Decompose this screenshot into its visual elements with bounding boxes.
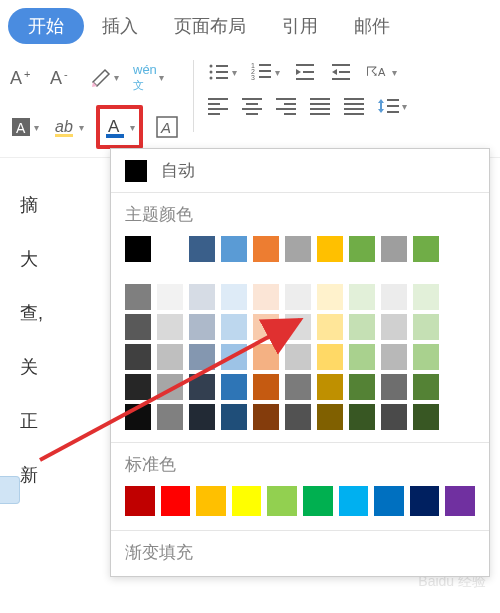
color-swatch[interactable] [189,404,215,430]
color-swatch[interactable] [413,344,439,370]
align-center-button[interactable] [240,95,264,117]
tab-reference[interactable]: 引用 [264,8,336,44]
line-spacing-button[interactable]: ▾ [376,94,409,118]
color-swatch[interactable] [157,344,183,370]
color-swatch[interactable] [349,374,375,400]
color-swatch[interactable] [189,236,215,262]
color-swatch[interactable] [253,374,279,400]
tab-start[interactable]: 开始 [8,8,84,44]
color-swatch[interactable] [413,236,439,262]
color-swatch[interactable] [339,486,369,516]
tab-layout[interactable]: 页面布局 [156,8,264,44]
color-swatch[interactable] [157,314,183,340]
color-swatch[interactable] [285,236,311,262]
color-swatch[interactable] [253,344,279,370]
color-swatch[interactable] [445,486,475,516]
grow-font-button[interactable]: A+ [8,64,38,92]
color-swatch[interactable] [303,486,333,516]
color-swatch[interactable] [381,404,407,430]
color-swatch[interactable] [125,284,151,310]
color-swatch[interactable] [285,344,311,370]
svg-rect-53 [387,99,399,101]
color-swatch[interactable] [413,374,439,400]
char-shading-button[interactable]: A▾ [8,114,41,140]
clear-format-button[interactable]: ▾ [88,65,121,91]
color-swatch[interactable] [221,284,247,310]
svg-rect-28 [339,71,350,73]
color-swatch[interactable] [253,284,279,310]
align-right-button[interactable] [274,95,298,117]
phonetic-button[interactable]: wén文▾ [131,60,166,95]
page-handle-icon[interactable] [0,476,20,504]
color-swatch[interactable] [189,284,215,310]
number-list-button[interactable]: 123▾ [249,60,282,84]
color-swatch[interactable] [381,344,407,370]
color-swatch[interactable] [157,236,183,262]
color-swatch[interactable] [413,284,439,310]
color-swatch[interactable] [221,344,247,370]
color-swatch[interactable] [125,404,151,430]
color-swatch[interactable] [157,374,183,400]
color-swatch[interactable] [317,236,343,262]
align-justify-button[interactable] [308,95,332,117]
color-swatch[interactable] [125,236,151,262]
gradient-fill-row[interactable]: 渐变填充 [111,530,489,576]
color-swatch[interactable] [317,284,343,310]
color-swatch[interactable] [349,236,375,262]
color-swatch[interactable] [413,404,439,430]
color-swatch[interactable] [221,314,247,340]
align-left-button[interactable] [206,95,230,117]
color-swatch[interactable] [381,236,407,262]
align-distribute-button[interactable] [342,95,366,117]
color-swatch[interactable] [285,314,311,340]
color-swatch[interactable] [317,344,343,370]
color-swatch[interactable] [221,374,247,400]
font-color-button[interactable]: A▾ [102,113,137,141]
tab-mail[interactable]: 邮件 [336,8,408,44]
color-swatch[interactable] [253,236,279,262]
char-border-button[interactable]: A [153,113,181,141]
color-swatch[interactable] [413,314,439,340]
svg-rect-7 [55,134,73,137]
color-swatch[interactable] [349,404,375,430]
auto-color-row[interactable]: 自动 [111,149,489,193]
color-swatch[interactable] [253,314,279,340]
color-swatch[interactable] [157,284,183,310]
color-swatch[interactable] [410,486,440,516]
color-swatch[interactable] [125,344,151,370]
shrink-font-button[interactable]: A- [48,64,78,92]
color-swatch[interactable] [196,486,226,516]
color-swatch[interactable] [381,374,407,400]
indent-increase-button[interactable] [328,60,354,84]
color-swatch[interactable] [253,404,279,430]
color-swatch[interactable] [157,404,183,430]
color-swatch[interactable] [349,284,375,310]
color-swatch[interactable] [317,404,343,430]
text-direction-button[interactable]: ☈A▾ [364,60,399,84]
color-swatch[interactable] [189,374,215,400]
indent-decrease-button[interactable] [292,60,318,84]
color-swatch[interactable] [374,486,404,516]
color-swatch[interactable] [189,314,215,340]
color-swatch[interactable] [189,344,215,370]
color-swatch[interactable] [381,284,407,310]
color-swatch[interactable] [349,344,375,370]
color-swatch[interactable] [125,314,151,340]
color-swatch[interactable] [125,374,151,400]
bullet-list-button[interactable]: ▾ [206,60,239,84]
highlight-button[interactable]: ab▾ [51,114,86,140]
color-swatch[interactable] [285,284,311,310]
color-swatch[interactable] [381,314,407,340]
tab-insert[interactable]: 插入 [84,8,156,44]
color-swatch[interactable] [317,314,343,340]
color-swatch[interactable] [285,374,311,400]
color-swatch[interactable] [161,486,191,516]
color-swatch[interactable] [232,486,262,516]
color-swatch[interactable] [221,236,247,262]
color-swatch[interactable] [285,404,311,430]
color-swatch[interactable] [125,486,155,516]
color-swatch[interactable] [267,486,297,516]
color-swatch[interactable] [317,374,343,400]
color-swatch[interactable] [349,314,375,340]
color-swatch[interactable] [221,404,247,430]
